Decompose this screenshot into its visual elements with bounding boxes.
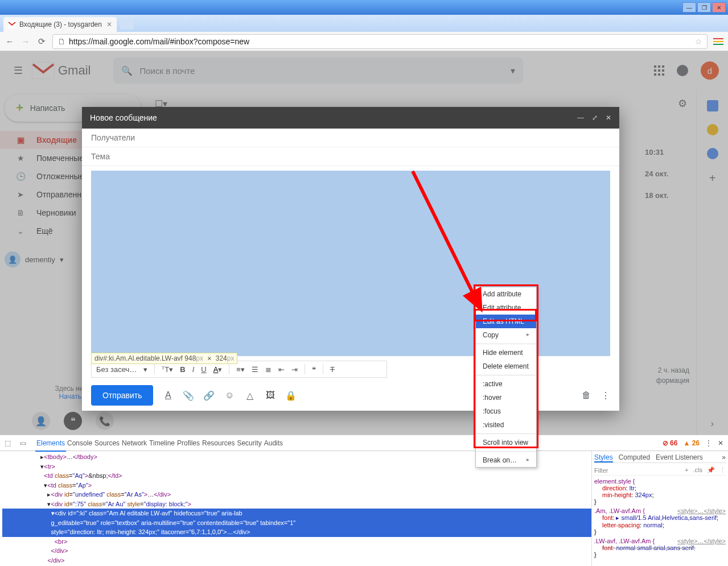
devtools-tab[interactable]: Sources bbox=[93, 436, 121, 451]
add-rule-icon[interactable]: + bbox=[685, 466, 688, 474]
quote-icon[interactable]: ❝ bbox=[312, 365, 316, 374]
new-tab-button[interactable] bbox=[120, 19, 134, 30]
device-toolbar-icon[interactable]: ▭ bbox=[20, 439, 26, 447]
devtools-tab[interactable]: Network bbox=[121, 436, 148, 451]
remove-formatting-icon[interactable]: T bbox=[330, 365, 335, 374]
collapse-sidepanel-icon[interactable]: › bbox=[711, 419, 714, 429]
bulleted-list-icon[interactable]: ≣ bbox=[265, 365, 272, 374]
confidential-icon[interactable]: 🔒 bbox=[285, 390, 297, 401]
text-color-icon[interactable]: A▾ bbox=[213, 365, 223, 374]
align-icon[interactable]: ≡▾ bbox=[236, 365, 245, 374]
styles-filter[interactable]: Filter bbox=[594, 467, 608, 474]
compose-close-icon[interactable]: ✕ bbox=[606, 114, 611, 122]
devtools-tab[interactable]: Audits bbox=[263, 436, 284, 451]
error-count[interactable]: ⊘ 66 bbox=[663, 439, 678, 447]
browser-tab[interactable]: Входящие (3) - toysgarden ✕ bbox=[3, 17, 117, 32]
notifications-icon[interactable] bbox=[677, 65, 688, 76]
context-menu-item[interactable]: :hover bbox=[476, 391, 536, 404]
devtools-tab[interactable]: Security bbox=[236, 436, 262, 451]
devtools-menu-icon[interactable]: ⋮ bbox=[705, 439, 712, 447]
chrome-menu-button[interactable] bbox=[713, 38, 723, 45]
formatting-toggle-icon[interactable]: A bbox=[162, 390, 174, 400]
apps-grid-icon[interactable] bbox=[654, 65, 664, 76]
context-menu-item[interactable]: Edit attribute bbox=[476, 301, 536, 315]
svg-rect-1 bbox=[32, 62, 55, 79]
account-avatar[interactable]: d bbox=[701, 61, 719, 80]
emoji-icon[interactable]: ☺ bbox=[224, 390, 235, 400]
send-button[interactable]: Отправить bbox=[91, 385, 153, 406]
search-bar[interactable]: 🔍 ▾ bbox=[113, 57, 523, 84]
italic-icon[interactable]: I bbox=[192, 365, 195, 374]
hangouts-contacts-icon[interactable]: 👤 bbox=[32, 412, 50, 430]
more-icon[interactable]: ⋮ bbox=[719, 466, 726, 474]
warning-count[interactable]: ▲ 26 bbox=[683, 439, 700, 447]
styles-pane[interactable]: StylesComputedEvent Listeners» Filter +.… bbox=[591, 451, 728, 566]
font-picker[interactable]: Без засеч… bbox=[96, 365, 137, 374]
calendar-addon-icon[interactable] bbox=[707, 100, 718, 111]
sidebar-label: Помеченные bbox=[36, 154, 84, 163]
numbered-list-icon[interactable]: ☰ bbox=[252, 365, 258, 374]
context-menu-item[interactable]: :active bbox=[476, 377, 536, 391]
search-input[interactable] bbox=[139, 66, 511, 76]
pin-icon[interactable]: 📌 bbox=[707, 466, 715, 474]
bold-icon[interactable]: B bbox=[180, 365, 185, 374]
devtools-tab[interactable]: Timeline bbox=[148, 436, 176, 451]
discard-draft-icon[interactable]: 🗑 bbox=[582, 390, 591, 401]
devtools-close-icon[interactable]: ✕ bbox=[718, 439, 723, 447]
dom-tree[interactable]: ▸<tbody>…</tbody> ▾<tr> <td class="Aq">&… bbox=[0, 451, 591, 566]
gmail-app: ☰ Gmail 🔍 ▾ d + Написать ▣Входящие★Помеч… bbox=[0, 51, 728, 435]
star-icon[interactable]: ☆ bbox=[695, 37, 702, 46]
search-options-icon[interactable]: ▾ bbox=[511, 65, 515, 76]
cls-toggle[interactable]: .cls bbox=[693, 466, 703, 474]
context-menu-item[interactable]: :visited bbox=[476, 418, 536, 432]
context-menu-item[interactable]: Delete element bbox=[476, 360, 536, 373]
add-addon-icon[interactable]: + bbox=[709, 172, 716, 185]
devtools-tab[interactable]: Console bbox=[66, 436, 93, 451]
recipients-field[interactable]: Получатели bbox=[82, 129, 619, 147]
styles-tab[interactable]: Computed bbox=[619, 453, 650, 462]
hangouts-chat-icon[interactable]: ❝ bbox=[64, 412, 82, 430]
link-icon[interactable]: 🔗 bbox=[203, 390, 215, 401]
underline-icon[interactable]: U bbox=[201, 365, 206, 374]
drive-icon[interactable]: △ bbox=[244, 390, 256, 401]
styles-tab[interactable]: Event Listeners bbox=[656, 453, 703, 462]
indent-more-icon[interactable]: ⇥ bbox=[291, 365, 298, 374]
devtools-tab[interactable]: Resources bbox=[201, 436, 236, 451]
keep-addon-icon[interactable] bbox=[707, 124, 718, 135]
context-menu-item[interactable]: :focus bbox=[476, 404, 536, 418]
main-menu-button[interactable]: ☰ bbox=[5, 64, 32, 77]
tasks-addon-icon[interactable] bbox=[707, 148, 718, 159]
back-button[interactable]: ← bbox=[5, 36, 15, 46]
context-menu-item[interactable]: Hide element bbox=[476, 346, 536, 360]
hangouts-call-icon[interactable]: 📞 bbox=[96, 412, 114, 430]
compose-minimize-icon[interactable]: — bbox=[577, 114, 584, 122]
styles-tab[interactable]: Styles bbox=[594, 453, 613, 462]
attach-icon[interactable]: 📎 bbox=[183, 390, 194, 401]
tab-close-icon[interactable]: ✕ bbox=[106, 20, 112, 28]
context-menu-item[interactable]: Add attribute bbox=[476, 287, 536, 301]
devtools-tab[interactable]: Profiles bbox=[176, 436, 201, 451]
photo-icon[interactable]: 🖼 bbox=[265, 390, 276, 400]
user-avatar-small: 👤 bbox=[5, 251, 20, 267]
inspect-element-icon[interactable]: ⬚ bbox=[5, 439, 11, 447]
context-menu-item[interactable]: Scroll into view bbox=[476, 436, 536, 449]
reload-button[interactable]: ⟳ bbox=[36, 36, 47, 47]
os-close-button[interactable]: ✕ bbox=[712, 2, 726, 13]
sidebar-label: Отложенные bbox=[36, 172, 84, 181]
compose-header[interactable]: Новое сообщение — ⤢ ✕ bbox=[82, 107, 619, 129]
site-info-icon[interactable]: 🗋 bbox=[57, 37, 65, 46]
minimize-button[interactable]: — bbox=[682, 2, 696, 13]
context-menu-item[interactable]: Break on… bbox=[476, 453, 536, 467]
compose-expand-icon[interactable]: ⤢ bbox=[592, 114, 598, 122]
font-size-icon[interactable]: ᵀT▾ bbox=[162, 365, 173, 374]
context-menu-item[interactable]: Copy bbox=[476, 328, 536, 342]
devtools-tab[interactable]: Elements bbox=[35, 436, 66, 452]
more-options-icon[interactable]: ⋮ bbox=[601, 390, 610, 401]
address-bar[interactable]: 🗋 https://mail.google.com/mail/#inbox?co… bbox=[52, 34, 708, 49]
indent-less-icon[interactable]: ⇤ bbox=[278, 365, 285, 374]
inspector-tooltip: div#:ki.Am.Al.editable.LW-avf 948px × 32… bbox=[91, 353, 237, 364]
subject-field[interactable]: Тема bbox=[82, 147, 619, 166]
settings-gear-icon[interactable]: ⚙ bbox=[678, 97, 687, 110]
context-menu-item[interactable]: Edit as HTML bbox=[476, 315, 536, 328]
maximize-button[interactable]: ❐ bbox=[697, 2, 711, 13]
